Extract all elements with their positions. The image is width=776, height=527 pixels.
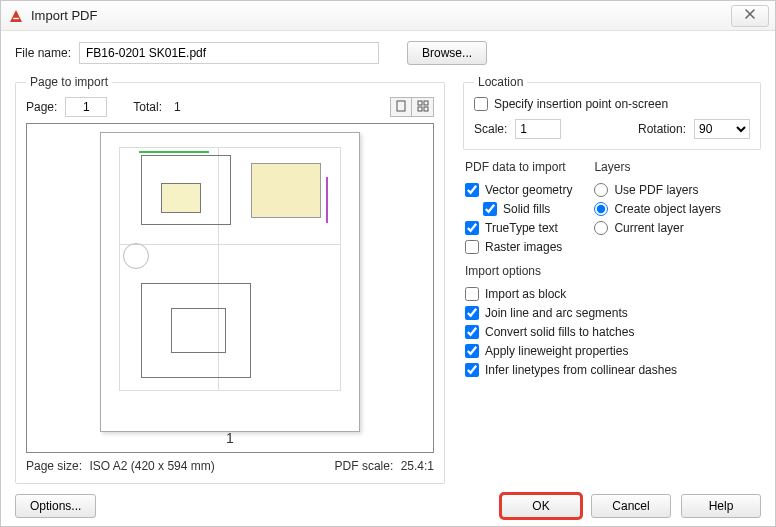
svg-rect-0 [397,101,405,111]
solid-fills-row[interactable]: Solid fills [483,202,572,216]
svg-rect-3 [418,107,422,111]
options-button[interactable]: Options... [15,494,96,518]
page-number-input[interactable] [65,97,107,117]
svg-rect-1 [418,101,422,105]
create-object-layers-radio[interactable] [594,202,608,216]
join-line-arc-row[interactable]: Join line and arc segments [465,306,759,320]
join-line-arc-label: Join line and arc segments [485,306,628,320]
use-pdf-layers-label: Use PDF layers [614,183,698,197]
solid-fills-checkbox[interactable] [483,202,497,216]
cancel-button[interactable]: Cancel [591,494,671,518]
current-layer-label: Current layer [614,221,683,235]
location-group: Location Specify insertion point on-scre… [463,75,761,150]
infer-linetypes-label: Infer linetypes from collinear dashes [485,363,677,377]
page-to-import-group: Page to import Page: Total: 1 [15,75,445,484]
dialog-footer: Options... OK Cancel Help [15,490,761,518]
raster-images-row[interactable]: Raster images [465,240,572,254]
convert-solid-fills-label: Convert solid fills to hatches [485,325,634,339]
current-layer-radio[interactable] [594,221,608,235]
import-as-block-label: Import as block [485,287,566,301]
raster-images-checkbox[interactable] [465,240,479,254]
import-as-block-checkbox[interactable] [465,287,479,301]
page-to-import-legend: Page to import [26,75,112,89]
apply-lineweight-row[interactable]: Apply lineweight properties [465,344,759,358]
pdf-data-group: PDF data to import Vector geometry Solid… [465,160,572,254]
import-pdf-dialog: Import PDF File name: Browse... Page to … [0,0,776,527]
specify-on-screen-checkbox[interactable] [474,97,488,111]
use-pdf-layers-radio[interactable] [594,183,608,197]
truetype-checkbox[interactable] [465,221,479,235]
join-line-arc-checkbox[interactable] [465,306,479,320]
svg-rect-4 [424,107,428,111]
infer-linetypes-checkbox[interactable] [465,363,479,377]
pdf-scale-text: PDF scale: 25.4:1 [335,459,434,473]
pdf-data-head: PDF data to import [465,160,572,174]
close-icon [744,8,756,23]
single-page-icon [396,100,406,115]
view-single-button[interactable] [390,97,412,117]
vector-geometry-label: Vector geometry [485,183,572,197]
grid-icon [417,100,429,115]
ok-button[interactable]: OK [501,494,581,518]
create-object-layers-label: Create object layers [614,202,721,216]
import-options-head: Import options [465,264,759,278]
close-button[interactable] [731,5,769,27]
raster-images-label: Raster images [485,240,562,254]
page-preview[interactable]: 1 [26,123,434,453]
solid-fills-label: Solid fills [503,202,550,216]
help-button[interactable]: Help [681,494,761,518]
rotation-label: Rotation: [638,122,686,136]
layers-group: Layers Use PDF layers Create object laye… [594,160,721,254]
convert-solid-fills-row[interactable]: Convert solid fills to hatches [465,325,759,339]
titlebar: Import PDF [1,1,775,31]
app-icon [7,7,25,25]
use-pdf-layers-row[interactable]: Use PDF layers [594,183,721,197]
scale-input[interactable] [515,119,561,139]
import-as-block-row[interactable]: Import as block [465,287,759,301]
file-name-label: File name: [15,46,71,60]
location-legend: Location [474,75,527,89]
dialog-title: Import PDF [31,8,97,23]
specify-on-screen-row[interactable]: Specify insertion point on-screen [474,97,750,111]
current-layer-row[interactable]: Current layer [594,221,721,235]
total-value: 1 [174,100,181,114]
preview-page-thumb [100,132,360,432]
convert-solid-fills-checkbox[interactable] [465,325,479,339]
rotation-select[interactable]: 90 [694,119,750,139]
file-row: File name: Browse... [15,41,761,65]
vector-geometry-row[interactable]: Vector geometry [465,183,572,197]
view-grid-button[interactable] [412,97,434,117]
apply-lineweight-label: Apply lineweight properties [485,344,628,358]
file-name-input[interactable] [79,42,379,64]
page-label: Page: [26,100,57,114]
truetype-label: TrueType text [485,221,558,235]
svg-rect-2 [424,101,428,105]
vector-geometry-checkbox[interactable] [465,183,479,197]
specify-on-screen-label: Specify insertion point on-screen [494,97,668,111]
preview-page-number: 1 [27,430,433,446]
browse-button[interactable]: Browse... [407,41,487,65]
apply-lineweight-checkbox[interactable] [465,344,479,358]
create-object-layers-row[interactable]: Create object layers [594,202,721,216]
import-options-group: Import options Import as block Join line… [463,264,761,377]
truetype-row[interactable]: TrueType text [465,221,572,235]
scale-label: Scale: [474,122,507,136]
infer-linetypes-row[interactable]: Infer linetypes from collinear dashes [465,363,759,377]
page-size-text: Page size: ISO A2 (420 x 594 mm) [26,459,215,473]
layers-head: Layers [594,160,721,174]
total-label: Total: [133,100,162,114]
